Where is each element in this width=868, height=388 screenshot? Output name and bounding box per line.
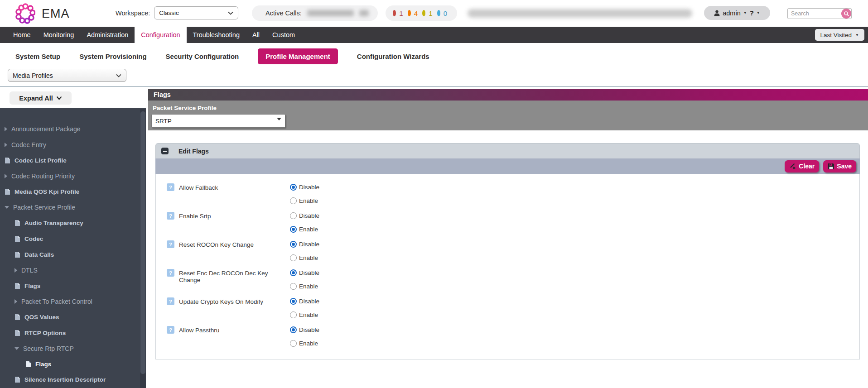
expand-all-label: Expand All [19, 95, 53, 102]
user-menu[interactable]: admin ▼ ? ▼ [704, 6, 770, 20]
reset-rocon-disable-radio[interactable] [290, 241, 297, 248]
logo-group: EMA [15, 3, 70, 24]
expand-arrow-icon[interactable] [14, 268, 17, 273]
tree-item-packet-to-packet-control[interactable]: Packet To Packet Control [0, 294, 146, 310]
sidebar-scrollbar-thumb[interactable] [140, 111, 145, 374]
active-calls-pill[interactable]: Active Calls: [252, 5, 378, 21]
save-disk-icon [828, 163, 834, 170]
chevron-down-icon [116, 74, 121, 77]
allow-passthru-disable-radio[interactable] [290, 326, 297, 333]
edit-flags-panel: Edit Flags Clear Save [155, 143, 860, 359]
help-tooltip-icon[interactable]: ? [167, 183, 174, 191]
allow-fallback-disable-radio[interactable] [290, 184, 297, 191]
minus-icon [163, 151, 167, 152]
nav-item-configuration[interactable]: Configuration [135, 27, 186, 43]
save-button[interactable]: Save [823, 160, 856, 172]
field-allow-passthru: ? Allow Passthru Disable Enable [167, 325, 859, 348]
tree-item-rtcp-options[interactable]: RTCP Options [0, 325, 146, 341]
tree-item-audio-transparency[interactable]: Audio Transparency [0, 216, 146, 231]
tree-item-packet-service-profile[interactable]: Packet Service Profile [0, 200, 146, 216]
file-icon [14, 330, 20, 336]
profile-category-select[interactable]: Media Profiles [8, 69, 126, 82]
main-nav-bar: Home Monitoring Administration Configura… [0, 27, 868, 43]
expand-arrow-icon[interactable] [14, 299, 17, 304]
chevron-down-icon [228, 11, 233, 15]
search-button[interactable] [841, 9, 851, 19]
reset-enc-dec-rocon-disable-radio[interactable] [290, 269, 297, 276]
tree-item-dtls[interactable]: DTLS [0, 262, 146, 278]
tree-item-media-qos-kpi-profile[interactable]: Media QOS Kpi Profile [0, 184, 146, 200]
sidebar-top: Expand All [0, 87, 146, 108]
expand-arrow-icon[interactable] [5, 143, 7, 147]
redacted-system-info [468, 9, 692, 18]
edit-flags-title: Edit Flags [178, 148, 209, 155]
help-tooltip-icon[interactable]: ? [167, 269, 174, 277]
page-title: Flags [154, 91, 171, 98]
nav-item-monitoring[interactable]: Monitoring [37, 27, 81, 43]
help-button[interactable]: ? [750, 9, 754, 17]
expand-all-button[interactable]: Expand All [10, 91, 72, 105]
tree-item-silence-insertion-descriptor[interactable]: Silence Insertion Descriptor [0, 372, 146, 388]
tree-item-data-calls[interactable]: Data Calls [0, 247, 146, 263]
tree-item-qos-values[interactable]: QOS Values [0, 309, 146, 325]
nav-item-all[interactable]: All [246, 27, 266, 43]
info-alarm-dot-icon [437, 10, 440, 16]
tab-profile-management[interactable]: Profile Management [258, 48, 338, 64]
file-icon [14, 283, 20, 289]
tab-system-provisioning[interactable]: System Provisioning [79, 53, 146, 60]
workspace-select[interactable]: Classic [154, 6, 238, 19]
help-tooltip-icon[interactable]: ? [167, 240, 174, 248]
clear-button[interactable]: Clear [785, 160, 819, 172]
expand-arrow-icon[interactable] [5, 127, 7, 131]
app-title: EMA [42, 7, 70, 21]
tree-item-codec-entry[interactable]: Codec Entry [0, 137, 146, 153]
profile-instance-select[interactable]: SRTP [151, 114, 285, 128]
critical-alarm-dot-icon [393, 10, 396, 16]
edit-flags-form: ? Allow Fallback Disable Enable ? Enable… [155, 174, 860, 359]
sidebar-scrollbar[interactable] [140, 109, 146, 388]
help-caret-icon: ▼ [757, 11, 760, 15]
last-visited-dropdown[interactable]: Last Visited ▼ [815, 29, 864, 41]
collapse-arrow-icon[interactable] [5, 206, 9, 209]
profile-category-value: Media Profiles [13, 72, 53, 79]
collapse-panel-button[interactable] [161, 148, 169, 154]
major-alarm-dot-icon [408, 10, 411, 16]
top-header: EMA Workspace: Classic Active Calls: 1 4… [0, 0, 868, 27]
enable-srtp-disable-radio[interactable] [290, 212, 297, 219]
tab-system-setup[interactable]: System Setup [15, 53, 60, 60]
active-calls-label: Active Calls: [265, 10, 302, 17]
help-tooltip-icon[interactable]: ? [167, 326, 174, 334]
file-icon [5, 157, 10, 164]
tree-item-flags[interactable]: Flags [0, 278, 146, 294]
alarm-summary-pill[interactable]: 1 4 1 0 [386, 5, 457, 21]
user-icon [714, 10, 720, 16]
nav-item-administration[interactable]: Administration [80, 27, 135, 43]
collapse-arrow-icon[interactable] [14, 347, 19, 350]
update-crypto-keys-enable-radio[interactable] [290, 311, 297, 318]
update-crypto-keys-radio-group: Disable Enable [290, 296, 319, 320]
tab-configuration-wizards[interactable]: Configuration Wizards [357, 53, 429, 60]
help-tooltip-icon[interactable]: ? [167, 297, 174, 305]
nav-item-home[interactable]: Home [7, 27, 37, 43]
tab-security-configuration[interactable]: Security Configuration [166, 53, 239, 60]
tree-item-codec[interactable]: Codec [0, 231, 146, 247]
nav-item-custom[interactable]: Custom [266, 27, 301, 43]
update-crypto-keys-disable-radio[interactable] [290, 298, 297, 305]
expand-arrow-icon[interactable] [5, 174, 7, 178]
reset-rocon-enable-radio[interactable] [290, 254, 297, 261]
reset-enc-dec-rocon-radio-group: Disable Enable [290, 268, 319, 291]
tree-item-secure-rtp-rtcp[interactable]: Secure Rtp RTCP [0, 340, 146, 356]
help-tooltip-icon[interactable]: ? [167, 212, 174, 220]
nav-item-troubleshooting[interactable]: Troubleshooting [187, 27, 246, 43]
enable-srtp-enable-radio[interactable] [290, 226, 297, 233]
reset-enc-dec-rocon-enable-radio[interactable] [290, 283, 297, 290]
redacted-active-calls-count [359, 10, 369, 16]
tree-item-flags-secure-rtp[interactable]: Flags [0, 356, 146, 372]
tree-item-codec-routing-priority[interactable]: Codec Routing Priority [0, 168, 146, 184]
allow-passthru-enable-radio[interactable] [290, 340, 297, 347]
user-caret-icon: ▼ [743, 11, 747, 15]
tree-item-codec-list-profile[interactable]: Codec List Profile [0, 153, 146, 168]
tree-item-announcement-package[interactable]: Announcement Package [0, 121, 146, 137]
allow-fallback-enable-radio[interactable] [290, 197, 297, 204]
chevron-down-icon [56, 96, 62, 100]
